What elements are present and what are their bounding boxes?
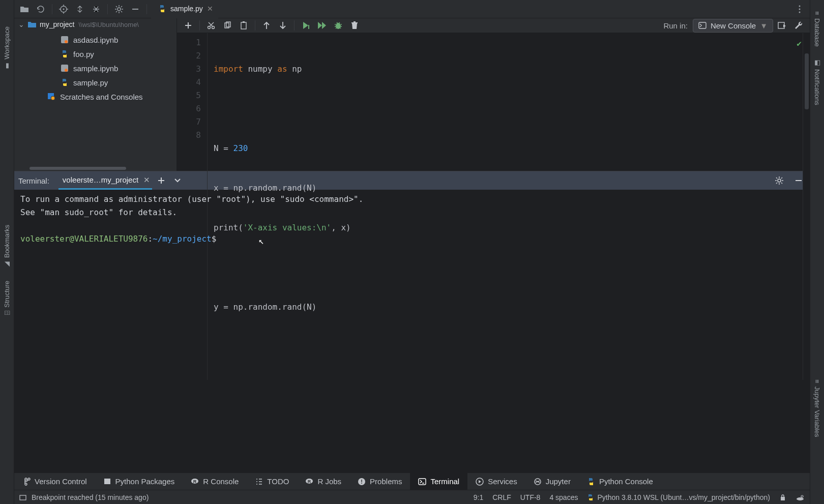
svg-rect-18 [308, 25, 309, 29]
services-tool[interactable]: Services [467, 473, 525, 490]
r-jobs-tool[interactable]: RR Jobs [297, 473, 349, 490]
editor-tab-sample[interactable]: sample.py ✕ [151, 0, 218, 18]
close-tab-icon[interactable]: ✕ [207, 5, 213, 13]
terminal-tool[interactable]: Terminal [410, 473, 467, 490]
open-icon[interactable] [17, 2, 32, 16]
terminal-tab[interactable]: voleerste…my_project ✕ [58, 171, 152, 190]
minimize-icon[interactable] [128, 2, 142, 16]
run-cell-icon[interactable] [299, 18, 313, 33]
breakpoint-status: Breakpoint reached (15 minutes ago) [32, 493, 149, 501]
expand-icon[interactable] [73, 2, 87, 16]
delete-icon[interactable] [347, 18, 362, 33]
jupyter-vars-rail[interactable]: ≡ Jupyter Variables [813, 373, 821, 443]
tree-file-asdasd[interactable]: asdasd.ipynb [14, 33, 176, 47]
notifications-rail[interactable]: ◧ Notifications [813, 52, 821, 111]
copy-icon[interactable] [220, 18, 234, 33]
cut-icon[interactable] [204, 18, 218, 33]
separator [146, 4, 147, 14]
services-label: Services [488, 477, 517, 486]
cursor-position[interactable]: 9:1 [474, 493, 483, 501]
terminal-tool-label: Terminal [430, 477, 459, 486]
prompt-path: ~/my_project [153, 234, 212, 244]
new-terminal-icon[interactable] [154, 173, 168, 188]
bookmark-icon: ◣ [3, 261, 11, 269]
jupyter-file-icon [60, 64, 69, 73]
scrollbar-thumb[interactable] [30, 167, 126, 170]
more-icon[interactable] [792, 2, 807, 16]
database-rail[interactable]: ≡ Database [813, 5, 821, 52]
svg-rect-33 [781, 497, 785, 500]
run-all-icon[interactable] [315, 18, 329, 33]
file-label: sample.py [73, 78, 108, 87]
jupyter-tool[interactable]: Jupyter [525, 473, 579, 490]
scratches-label: Scratches and Consoles [60, 93, 143, 101]
move-up-icon[interactable] [259, 18, 274, 33]
r-console-tool[interactable]: RR Console [183, 473, 247, 490]
workspace-rail[interactable]: ▮ Workspace [3, 20, 11, 76]
structure-rail[interactable]: ⌹ Structure [3, 275, 11, 321]
status-bar: Breakpoint reached (15 minutes ago) 9:1 … [14, 490, 810, 504]
svg-rect-32 [20, 495, 26, 500]
svg-point-13 [212, 26, 215, 29]
target-icon[interactable] [56, 2, 71, 16]
memory-icon[interactable] [796, 494, 805, 501]
problems-label: Problems [370, 477, 402, 486]
tree-file-sample-ipynb[interactable]: sample.ipynb [14, 61, 176, 75]
go-to-console-icon[interactable] [775, 18, 789, 33]
close-terminal-tab-icon[interactable]: ✕ [143, 175, 150, 185]
separator [199, 20, 200, 31]
debug-icon[interactable] [331, 18, 345, 33]
svg-point-3 [799, 5, 801, 7]
main-column: sample.py ✕ ⌄ my_project \\wsl$\Ubuntu\h… [14, 0, 810, 504]
lock-icon[interactable] [779, 494, 786, 501]
move-down-icon[interactable] [276, 18, 290, 33]
tree-file-sample-py[interactable]: sample.py [14, 75, 176, 90]
wrench-icon[interactable] [791, 18, 806, 33]
svg-rect-16 [241, 22, 246, 29]
chevron-down-icon: ▼ [760, 21, 768, 30]
run-in-label: Run in: [663, 21, 688, 30]
upper-row: ⌄ my_project \\wsl$\Ubuntu\home\ asdasd.… [14, 18, 810, 171]
collapse-icon[interactable] [89, 2, 103, 16]
vars-icon: ≡ [813, 379, 821, 383]
project-root[interactable]: ⌄ my_project \\wsl$\Ubuntu\home\ [14, 18, 176, 31]
prompt-sep: : [148, 234, 153, 244]
analysis-ok-icon[interactable]: ✔ [797, 37, 802, 50]
tree-h-scrollbar[interactable] [14, 166, 176, 171]
paste-icon[interactable] [237, 18, 251, 33]
project-name: my_project [40, 20, 74, 28]
run-in-select[interactable]: New Console ▼ [693, 19, 773, 33]
bookmarks-rail[interactable]: ◣ Bookmarks [3, 219, 11, 275]
content-split: ⌄ my_project \\wsl$\Ubuntu\home\ asdasd.… [14, 18, 810, 472]
status-icon [19, 494, 26, 501]
packages-tool[interactable]: Python Packages [95, 473, 183, 490]
terminal-body[interactable]: To run a command as administrator (user … [14, 190, 810, 472]
interpreter: Python 3.8.10 WSL (Ubunt…vs/my_project/b… [597, 493, 770, 501]
svg-point-34 [797, 497, 804, 500]
prompt-symbol: $ [212, 234, 217, 244]
add-cell-icon[interactable] [181, 18, 195, 33]
file-label: asdasd.ipynb [73, 36, 118, 44]
prompt-user: voleerster@VALERIALETU9876 [20, 234, 148, 244]
settings-gear-icon[interactable] [112, 2, 126, 16]
left-rail: ▮ Workspace ◣ Bookmarks ⌹ Structure [0, 0, 14, 504]
encoding[interactable]: UTF-8 [520, 493, 541, 501]
refresh-icon[interactable] [34, 2, 48, 16]
todo-tool[interactable]: TODO [247, 473, 297, 490]
vcs-tool[interactable]: Version Control [14, 473, 95, 490]
indent-setting[interactable]: 4 spaces [549, 493, 578, 501]
problems-tool[interactable]: !Problems [349, 473, 410, 490]
interpreter-block[interactable]: Python 3.8.10 WSL (Ubunt…vs/my_project/b… [587, 493, 770, 501]
app-root: ▮ Workspace ◣ Bookmarks ⌹ Structure [0, 0, 824, 504]
line-separator[interactable]: CRLF [492, 493, 511, 501]
python-console-tool[interactable]: Python Console [579, 473, 661, 490]
console-icon [698, 22, 707, 29]
tree-file-foo[interactable]: foo.py [14, 47, 176, 61]
terminal-tab-label: voleerste…my_project [63, 175, 138, 184]
project-path: \\wsl$\Ubuntu\home\ [78, 21, 139, 28]
separator [294, 20, 295, 31]
svg-text:R: R [308, 479, 311, 484]
tree-scratches[interactable]: Scratches and Consoles [14, 90, 176, 104]
editor-pane: Run in: New Console ▼ 12345678 [177, 18, 810, 171]
svg-point-35 [801, 495, 803, 497]
